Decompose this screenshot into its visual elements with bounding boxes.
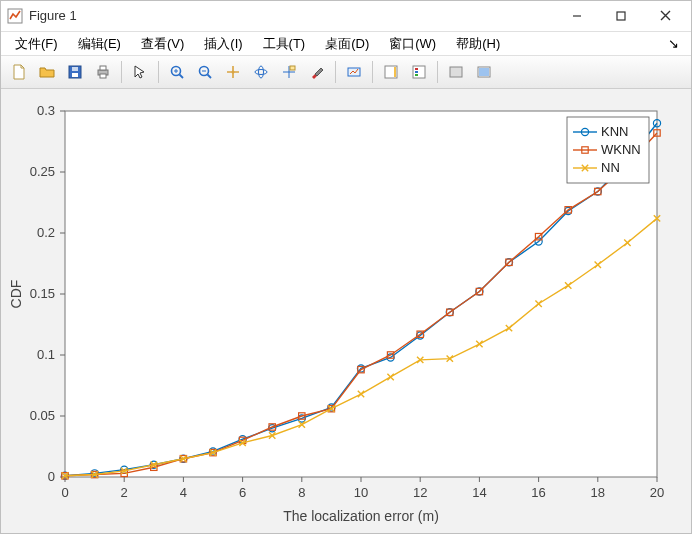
svg-rect-4	[72, 73, 78, 77]
x-tick-label: 0	[61, 485, 68, 500]
figure-area: 0246810121416182000.050.10.150.20.250.3T…	[1, 89, 691, 533]
x-tick-label: 8	[298, 485, 305, 500]
x-tick-label: 6	[239, 485, 246, 500]
toolbar-separator	[372, 61, 373, 83]
y-tick-label: 0	[48, 469, 55, 484]
svg-rect-27	[415, 71, 418, 73]
y-tick-label: 0.05	[30, 408, 55, 423]
menu-file[interactable]: 文件(F)	[5, 33, 68, 55]
legend-entry: KNN	[601, 124, 628, 139]
svg-rect-25	[413, 66, 425, 78]
rotate3d-icon[interactable]	[248, 59, 274, 85]
svg-rect-28	[415, 74, 418, 76]
x-tick-label: 2	[121, 485, 128, 500]
svg-point-16	[232, 71, 235, 74]
app-icon	[7, 8, 23, 24]
svg-rect-31	[479, 68, 489, 76]
legend[interactable]: KNNWKNNNN	[567, 117, 649, 183]
show-plot-icon[interactable]	[471, 59, 497, 85]
menu-edit[interactable]: 编辑(E)	[68, 33, 131, 55]
menu-insert[interactable]: 插入(I)	[194, 33, 252, 55]
toolbar-separator	[158, 61, 159, 83]
zoom-in-icon[interactable]	[164, 59, 190, 85]
toolbar-separator	[121, 61, 122, 83]
window-title: Figure 1	[29, 8, 555, 23]
y-axis-label: CDF	[8, 280, 24, 309]
legend-entry: WKNN	[601, 142, 641, 157]
maximize-button[interactable]	[599, 2, 643, 30]
x-axis-label: The localization error (m)	[283, 508, 439, 524]
y-tick-label: 0.25	[30, 164, 55, 179]
x-tick-label: 14	[472, 485, 486, 500]
menu-view[interactable]: 查看(V)	[131, 33, 194, 55]
svg-rect-29	[450, 67, 462, 77]
svg-rect-26	[415, 68, 418, 70]
y-tick-label: 0.3	[37, 103, 55, 118]
y-tick-label: 0.15	[30, 286, 55, 301]
menubar: 文件(F) 编辑(E) 查看(V) 插入(I) 工具(T) 桌面(D) 窗口(W…	[1, 32, 691, 56]
data-cursor-icon[interactable]	[276, 59, 302, 85]
svg-rect-24	[394, 67, 396, 77]
minimize-button[interactable]	[555, 2, 599, 30]
svg-rect-8	[100, 74, 106, 78]
link-data-icon[interactable]	[341, 59, 367, 85]
x-tick-label: 4	[180, 485, 187, 500]
open-folder-icon[interactable]	[34, 59, 60, 85]
hide-plot-icon[interactable]	[443, 59, 469, 85]
new-file-icon[interactable]	[6, 59, 32, 85]
svg-rect-2	[617, 12, 625, 20]
y-tick-label: 0.2	[37, 225, 55, 240]
close-button[interactable]	[643, 2, 687, 30]
colorbar-icon[interactable]	[378, 59, 404, 85]
x-tick-label: 12	[413, 485, 427, 500]
x-tick-label: 16	[531, 485, 545, 500]
svg-rect-21	[290, 66, 295, 70]
x-tick-label: 18	[591, 485, 605, 500]
y-tick-label: 0.1	[37, 347, 55, 362]
menu-desktop[interactable]: 桌面(D)	[315, 33, 379, 55]
zoom-out-icon[interactable]	[192, 59, 218, 85]
window-buttons	[555, 2, 687, 30]
svg-line-14	[208, 75, 212, 79]
figure-window: Figure 1 文件(F) 编辑(E) 查看(V) 插入(I) 工具(T) 桌…	[0, 0, 692, 534]
svg-line-10	[180, 75, 184, 79]
svg-point-18	[259, 66, 264, 78]
svg-rect-5	[72, 67, 78, 71]
titlebar: Figure 1	[1, 1, 691, 32]
menu-tools[interactable]: 工具(T)	[253, 33, 316, 55]
menu-window[interactable]: 窗口(W)	[379, 33, 446, 55]
pan-icon[interactable]	[220, 59, 246, 85]
save-icon[interactable]	[62, 59, 88, 85]
toolbar-separator	[335, 61, 336, 83]
toolbar	[1, 55, 691, 89]
svg-rect-7	[100, 66, 106, 70]
toolbar-overflow-icon[interactable]: ↘	[660, 34, 687, 53]
legend-icon[interactable]	[406, 59, 432, 85]
axes[interactable]: 0246810121416182000.050.10.150.20.250.3T…	[1, 89, 691, 533]
brush-icon[interactable]	[304, 59, 330, 85]
svg-point-17	[255, 70, 267, 75]
menu-help[interactable]: 帮助(H)	[446, 33, 510, 55]
x-tick-label: 10	[354, 485, 368, 500]
toolbar-separator	[437, 61, 438, 83]
print-icon[interactable]	[90, 59, 116, 85]
pointer-icon[interactable]	[127, 59, 153, 85]
legend-entry: NN	[601, 160, 620, 175]
x-tick-label: 20	[650, 485, 664, 500]
